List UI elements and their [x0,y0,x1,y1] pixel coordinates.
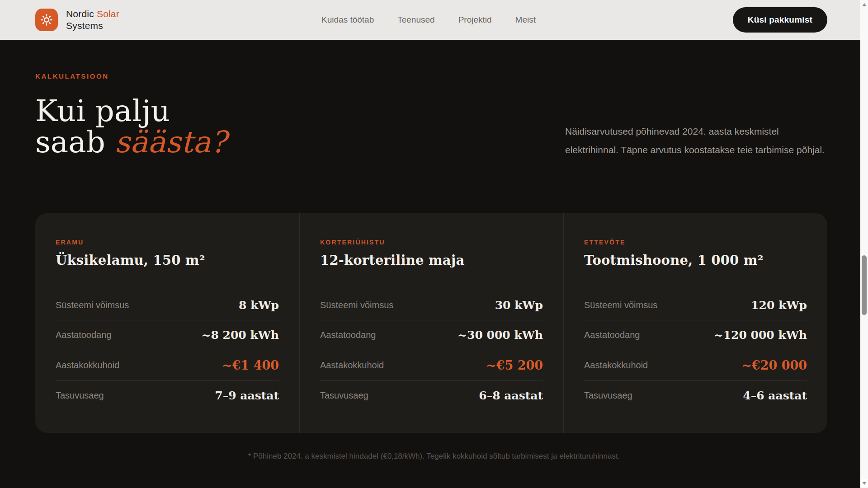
card-title: 12-korteriline maja [320,253,543,268]
row-value: ~€20 000 [741,358,807,372]
table-row: Aastatoodang ~30 000 kWh [320,320,543,350]
table-row: Süsteemi võimsus 120 kWp [584,291,807,320]
logo[interactable]: Nordic Solar Systems [35,8,119,32]
row-label: Aastakokkuhoid [320,360,384,371]
section-eyebrow: KALKULATSIOON [35,72,227,80]
row-label: Tasuvusaeg [320,390,368,401]
row-label: Süsteemi võimsus [56,300,129,310]
table-row: Tasuvusaeg 6–8 aastat [320,380,543,410]
nav-item-projektid[interactable]: Projektid [458,15,492,25]
row-label: Süsteemi võimsus [320,300,393,310]
scrollbar-thumb[interactable] [862,255,867,315]
table-row-savings: Aastakokkuhoid ~€1 400 [56,350,279,380]
request-quote-button[interactable]: Küsi pakkumist [733,7,827,33]
table-row: Aastatoodang ~8 200 kWh [56,320,279,350]
brand-name-accent: Solar [97,9,119,19]
row-label: Aastakokkuhoid [56,360,119,371]
row-value: ~8 200 kWh [201,328,279,342]
card-title: Tootmishoone, 1 000 m² [584,253,807,268]
calculation-cards: ERAMU Üksikelamu, 150 m² Süsteemi võimsu… [35,213,827,433]
row-label: Aastatoodang [584,330,640,340]
card-eyebrow: ERAMU [56,239,279,246]
row-value: 30 kWp [495,299,543,312]
brand-name-part2: Systems [66,20,103,31]
row-value: ~€5 200 [486,358,543,372]
card-rows: Süsteemi võimsus 30 kWp Aastatoodang ~30… [320,291,543,410]
title-line1: Kui palju [35,94,170,128]
card-eyebrow: ETTEVÕTE [584,239,807,246]
disclaimer-text: * Põhineb 2024. a keskmistel hindadel (€… [0,452,868,461]
table-row-savings: Aastakokkuhoid ~€5 200 [320,350,543,380]
row-value: 120 kWp [751,299,807,312]
row-label: Tasuvusaeg [584,390,632,401]
card-rows: Süsteemi võimsus 120 kWp Aastatoodang ~1… [584,291,807,410]
row-value: ~120 000 kWh [714,328,807,342]
table-row: Süsteemi võimsus 30 kWp [320,291,543,320]
table-row-savings: Aastakokkuhoid ~€20 000 [584,350,807,380]
scroll-down-icon[interactable] [860,479,868,487]
nav-item-meist[interactable]: Meist [515,15,536,25]
section-description: Näidisarvutused põhinevad 2024. aasta ke… [565,122,827,159]
main-nav: Kuidas töötab Teenused Projektid Meist [321,0,536,40]
row-label: Aastatoodang [320,330,376,340]
card-eramu: ERAMU Üksikelamu, 150 m² Süsteemi võimsu… [35,213,299,433]
nav-item-kuidas-tootab[interactable]: Kuidas töötab [321,15,374,25]
row-value: ~€1 400 [222,358,279,372]
site-header: Nordic Solar Systems Kuidas töötab Teenu… [0,0,860,40]
row-label: Tasuvusaeg [56,390,104,401]
scroll-up-icon[interactable] [860,1,868,9]
card-korteriuhistu: KORTERIÜHISTU 12-korteriline maja Süstee… [299,213,563,433]
sun-icon [35,9,58,31]
brand-wordmark: Nordic Solar Systems [66,8,119,32]
hero-left: KALKULATSIOON Kui palju saab säästa? [35,72,227,158]
card-eyebrow: KORTERIÜHISTU [320,239,543,246]
card-ettevote: ETTEVÕTE Tootmishoone, 1 000 m² Süsteemi… [563,213,827,433]
table-row: Aastatoodang ~120 000 kWh [584,320,807,350]
card-title: Üksikelamu, 150 m² [56,253,279,268]
row-value: 7–9 aastat [215,389,279,402]
nav-item-teenused[interactable]: Teenused [397,15,434,25]
row-value: 8 kWp [239,299,279,312]
row-value: 4–6 aastat [743,389,807,402]
table-row: Tasuvusaeg 4–6 aastat [584,380,807,410]
vertical-scrollbar[interactable] [860,0,868,488]
table-row: Tasuvusaeg 7–9 aastat [56,380,279,410]
row-value: 6–8 aastat [479,389,543,402]
brand-name-part1: Nordic [66,9,97,19]
title-line2-plain: saab [35,125,115,160]
card-rows: Süsteemi võimsus 8 kWp Aastatoodang ~8 2… [56,291,279,410]
row-label: Aastakokkuhoid [584,360,648,371]
row-label: Aastatoodang [56,330,111,340]
row-label: Süsteemi võimsus [584,300,657,310]
row-value: ~30 000 kWh [458,328,543,342]
page-title: Kui palju saab säästa? [35,95,227,158]
title-line2-accent: säästa? [115,125,227,160]
table-row: Süsteemi võimsus 8 kWp [56,291,279,320]
